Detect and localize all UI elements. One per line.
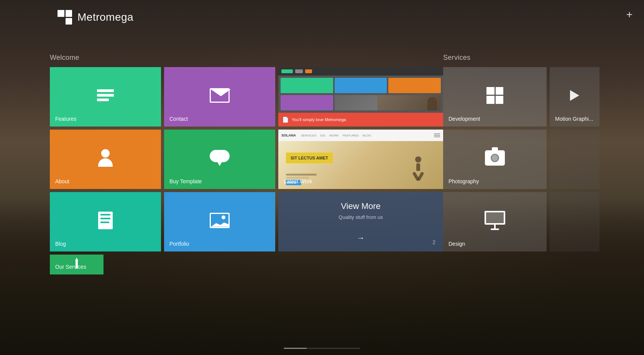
buy-label: Buy Template <box>169 178 202 184</box>
topbar: Metromega + <box>0 0 644 23</box>
photography-icon <box>485 150 505 166</box>
app-title: Metromega <box>77 11 133 23</box>
tile-about[interactable]: About <box>50 130 161 189</box>
plus-button[interactable]: + <box>626 8 632 21</box>
view-more-arrow: → <box>357 233 365 242</box>
design-label: Design <box>449 241 465 247</box>
tile-design[interactable]: Design <box>443 192 547 251</box>
tile-features[interactable]: Features <box>50 67 161 127</box>
development-icon <box>486 87 503 104</box>
latest-label: Latest Work <box>284 178 312 184</box>
motion-icon <box>568 89 582 102</box>
services-tile-grid: Development Motion Graphi... <box>443 67 600 251</box>
tile-motion-graphics[interactable]: Motion Graphi... <box>550 67 600 127</box>
development-label: Development <box>449 116 480 122</box>
svg-marker-1 <box>570 90 579 101</box>
logo[interactable]: Metromega <box>58 10 133 25</box>
tile-extra-2 <box>550 192 600 251</box>
tile-portfolio[interactable]: Portfolio <box>164 192 275 251</box>
portfolio-label: Portfolio <box>169 241 189 247</box>
latest-badge: SIT LECTUS AMET <box>286 153 333 163</box>
about-label: About <box>55 178 69 184</box>
services-section: Services Development <box>443 54 600 274</box>
tile-extra-1 <box>550 130 600 189</box>
photography-label: Photography <box>449 178 479 184</box>
contact-label: Contact <box>169 116 188 122</box>
logo-icon <box>58 10 72 25</box>
tile-preview[interactable]: 📄 You'll simply love Metromega <box>278 67 443 127</box>
welcome-tile-grid: Features Contact <box>50 67 443 274</box>
portfolio-icon <box>210 213 230 228</box>
main-content: Welcome Features <box>0 54 644 274</box>
view-more-subtitle: Quality stuff from us <box>338 214 383 220</box>
design-icon <box>485 211 505 230</box>
services-label: Our Services <box>55 264 86 270</box>
contact-icon <box>210 88 230 103</box>
about-icon <box>98 149 113 167</box>
features-icon <box>97 89 114 101</box>
features-label: Features <box>55 116 76 122</box>
view-more-number: 2 <box>432 239 435 245</box>
preview-footer-label: You'll simply love Metromega <box>292 117 346 122</box>
tile-blog[interactable]: Blog <box>50 192 161 251</box>
tile-development[interactable]: Development <box>443 67 547 127</box>
tile-photography[interactable]: Photography <box>443 130 547 189</box>
tile-latest[interactable]: SOLANA SERVICES IDS WORK FEATURED BLOG <box>278 130 443 189</box>
services-label-heading: Services <box>443 54 600 62</box>
welcome-section: Welcome Features <box>50 54 443 274</box>
welcome-label: Welcome <box>50 54 443 62</box>
blog-label: Blog <box>55 241 66 247</box>
motion-label: Motion Graphi... <box>555 116 593 122</box>
tile-contact[interactable]: Contact <box>164 67 275 127</box>
tile-buy[interactable]: Buy Template <box>164 130 275 189</box>
view-more-title: View More <box>341 201 381 211</box>
tile-our-services[interactable]: Our Services <box>50 255 104 274</box>
blog-icon <box>98 212 113 229</box>
tile-view-more[interactable]: View More Quality stuff from us → 2 <box>278 192 443 251</box>
scroll-indicator <box>284 348 360 349</box>
buy-icon <box>210 150 230 166</box>
